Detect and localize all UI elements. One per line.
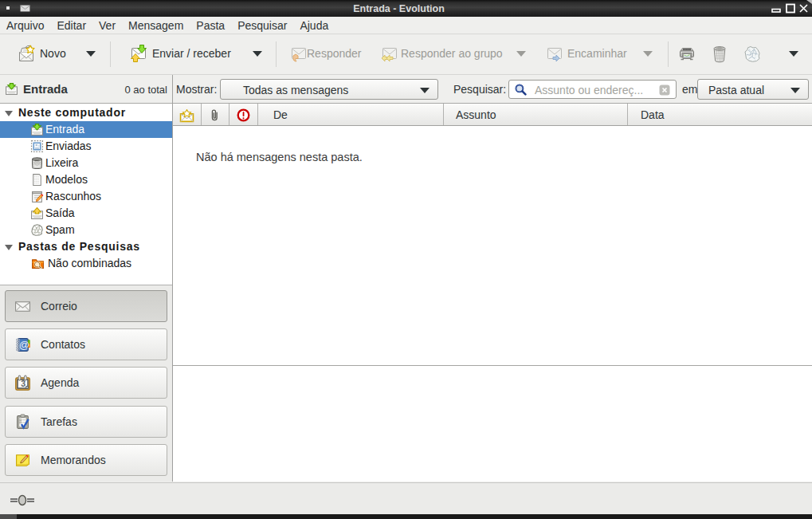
svg-text:@: @ (19, 339, 29, 351)
